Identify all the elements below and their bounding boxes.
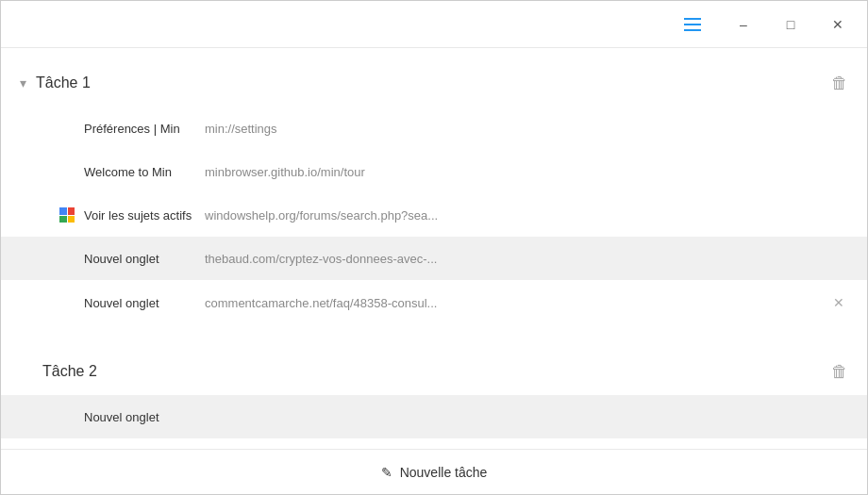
task-title: Tâche 2 [42,363,97,380]
delete-task-button[interactable]: 🗑 [831,362,848,382]
minimize-button[interactable]: – [722,9,765,40]
tab-row[interactable]: Préférences | Min min://settings [1,107,867,150]
task-header-left: Tâche 2 [20,363,97,380]
tab-url: thebaud.com/cryptez-vos-donnees-avec-... [205,252,437,266]
tab-favicon [58,206,76,224]
delete-task-button[interactable]: 🗑 [831,74,848,93]
task-header: Tâche 2 🗑 [1,348,867,395]
tab-name: Nouvel onglet [84,252,197,266]
task-section: ▾ Tâche 1 🗑 Préférences | Min min://sett… [1,59,867,325]
tab-favicon [58,162,76,181]
maximize-button[interactable]: □ [769,9,812,40]
window-controls: – □ ✕ [722,9,860,40]
close-button[interactable]: ✕ [816,9,860,40]
tab-name: Préférences | Min [84,122,197,136]
new-task-button[interactable]: ✎ Nouvelle tâche [1,449,867,494]
tab-url: min://settings [205,122,277,136]
tab-url: windowshelp.org/forums/search.php?sea... [205,208,438,223]
main-content: ▾ Tâche 1 🗑 Préférences | Min min://sett… [1,48,867,495]
task-section: Tâche 2 🗑 Nouvel onglet [1,348,867,438]
tab-name: Welcome to Min [84,165,197,179]
task-header-left: ▾ Tâche 1 [20,74,91,91]
tab-row[interactable]: Welcome to Min minbrowser.github.io/min/… [1,150,867,193]
menu-button[interactable] [671,9,714,40]
task-header: ▾ Tâche 1 🗑 [1,59,867,107]
tab-name: Nouvel onglet [84,410,197,424]
tab-name: Voir les sujets actifs [84,208,197,223]
tab-favicon [58,293,76,312]
task-title: Tâche 1 [36,74,91,91]
hamburger-icon [684,18,701,31]
new-task-icon: ✎ [381,465,392,480]
close-tab-button[interactable]: ✕ [829,291,848,314]
tab-url: commentcamarche.net/faq/48358-consul... [205,296,437,310]
new-task-label: Nouvelle tâche [400,465,488,480]
tab-row[interactable]: Voir les sujets actifs windowshelp.org/f… [1,193,867,237]
tab-row[interactable]: Nouvel onglet [1,395,867,438]
tab-url: minbrowser.github.io/min/tour [205,165,365,179]
chevron-down-icon[interactable]: ▾ [20,75,26,91]
tab-name: Nouvel onglet [84,296,197,310]
title-bar: – □ ✕ [1,1,867,48]
tab-favicon [58,249,76,268]
tab-favicon [58,119,76,138]
tab-row[interactable]: Nouvel onglet commentcamarche.net/faq/48… [1,280,867,325]
tab-favicon [58,407,76,426]
tab-row[interactable]: Nouvel onglet thebaud.com/cryptez-vos-do… [1,237,867,280]
